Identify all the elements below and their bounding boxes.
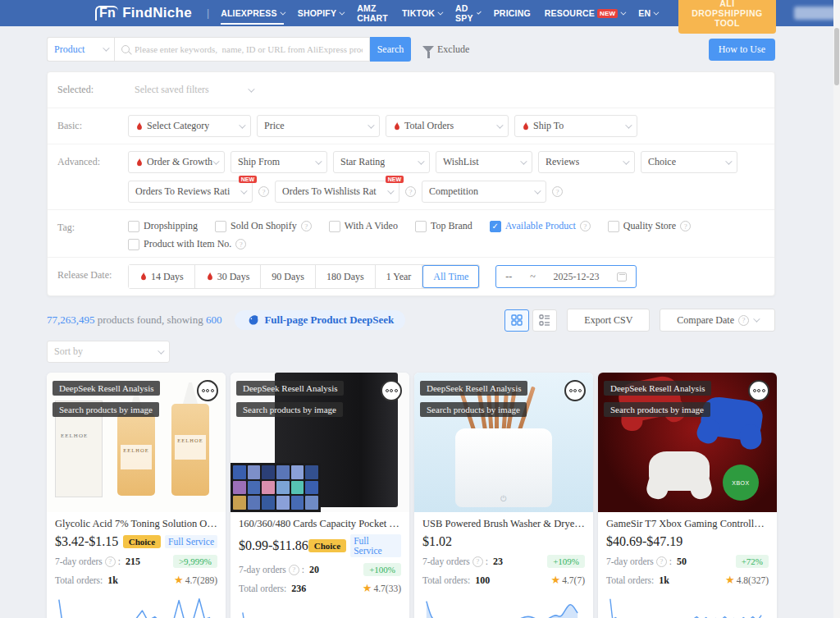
total-orders-select[interactable]: Total Orders (386, 115, 509, 137)
deepseek-resell-analysis-button[interactable]: DeepSeek Resell Analysis (604, 381, 711, 396)
product-image[interactable]: DeepSeek Resell Analysis Search products… (47, 373, 226, 512)
sort-by-select[interactable]: Sort by (47, 341, 170, 363)
deepseek-resell-analysis-button[interactable]: DeepSeek Resell Analysis (236, 381, 344, 396)
release-all-time[interactable]: All Time (422, 265, 479, 288)
product-image[interactable]: DeepSeek Resell Analysis Search products… (231, 373, 409, 512)
menu-ad-spy[interactable]: AD SPY (455, 0, 480, 26)
choice-badge: Choice (308, 539, 346, 552)
release-14-days[interactable]: 14 Days (129, 265, 195, 288)
ship-to-select[interactable]: Ship To (514, 115, 637, 137)
menu-aliexpress[interactable]: ALIEXPRESS (221, 5, 284, 21)
info-icon[interactable]: ? (105, 556, 116, 567)
date-from[interactable]: -- (505, 271, 512, 283)
product-card[interactable]: DeepSeek Resell Analysis Search products… (47, 373, 226, 618)
orders-7day-value: 215 (126, 556, 140, 568)
product-card[interactable]: DeepSeek Resell Analysis Search products… (414, 373, 593, 618)
category-select[interactable]: Select Category (128, 115, 251, 137)
reviews-select[interactable]: Reviews (538, 151, 635, 173)
product-title[interactable]: Glycolic Acid 7% Toning Solution Ordinar… (55, 518, 217, 530)
price-select[interactable]: Price (257, 115, 380, 137)
page-scrollbar[interactable] (833, 0, 840, 618)
saved-filters-select[interactable]: Select saved filters (128, 79, 259, 101)
similar-products-icon[interactable] (197, 380, 218, 401)
info-icon[interactable]: ? (235, 239, 246, 249)
search-by-image-button[interactable]: Search products by image (52, 402, 159, 417)
similar-products-icon[interactable] (381, 380, 402, 401)
checkbox-available-product[interactable]: ✓ Available Product ? (490, 220, 591, 232)
chevron-down-icon (248, 85, 254, 92)
menu-tiktok[interactable]: TIKTOK (402, 5, 441, 21)
product-image[interactable]: DeepSeek Resell Analysis Search products… (598, 373, 777, 512)
grid-view-button[interactable] (504, 309, 529, 332)
menu-language[interactable]: EN (638, 5, 657, 21)
ship-from-select[interactable]: Ship From (231, 151, 327, 173)
top-navbar: Fn FindNiche | ALIEXPRESS SHOPIFY AMZ CH… (0, 0, 840, 26)
checkbox-dropshipping[interactable]: Dropshipping (128, 220, 198, 232)
export-csv-button[interactable]: Export CSV (567, 309, 650, 332)
product-title[interactable]: 160/360/480 Cards Capacity Pocket Holder… (239, 518, 401, 530)
release-30-days[interactable]: 30 Days (195, 265, 262, 288)
deepseek-resell-analysis-button[interactable]: DeepSeek Resell Analysis (420, 381, 527, 396)
exclude-filter[interactable]: Exclude (422, 43, 469, 56)
info-icon[interactable]: ? (580, 221, 591, 231)
fullpage-deepseek-link[interactable]: Full-page Product DeepSeek (235, 310, 405, 330)
orders-7day-value: 50 (677, 556, 687, 568)
info-icon[interactable]: ? (472, 556, 483, 567)
similar-products-icon[interactable] (748, 380, 769, 401)
info-icon[interactable]: ? (301, 221, 312, 231)
order-growth-select[interactable]: Order & Growth (128, 151, 225, 173)
advanced-label: Advanced: (57, 151, 128, 168)
checkbox-product-with-item-no[interactable]: Product with Item No. ? (128, 238, 246, 250)
search-by-image-button[interactable]: Search products by image (420, 402, 527, 417)
release-1-year[interactable]: 1 Year (376, 265, 423, 288)
search-by-image-button[interactable]: Search products by image (604, 402, 710, 417)
orders-to-wishlists-select[interactable]: Orders To Wishlists Rat NEW (275, 181, 399, 203)
choice-select[interactable]: Choice (641, 151, 737, 173)
release-90-days[interactable]: 90 Days (261, 265, 316, 288)
wishlist-select[interactable]: WishList (436, 151, 532, 173)
similar-products-icon[interactable] (564, 380, 586, 401)
chevron-down-icon (340, 9, 345, 15)
info-icon[interactable]: ? (405, 186, 416, 197)
list-view-button[interactable] (532, 309, 557, 332)
menu-pricing[interactable]: PRICING (494, 5, 531, 21)
checkbox-with-a-video[interactable]: With A Video (329, 220, 398, 232)
findniche-logo[interactable]: Fn FindNiche (95, 5, 192, 21)
info-icon[interactable]: ? (656, 556, 667, 567)
date-range-picker[interactable]: -- ~ 2025-12-23 (495, 265, 637, 288)
menu-amz-chart[interactable]: AMZ CHART (357, 0, 388, 26)
info-icon[interactable]: ? (680, 221, 691, 231)
product-image[interactable]: DeepSeek Resell Analysis Search products… (414, 373, 593, 512)
search-button[interactable]: Search (370, 37, 411, 62)
info-icon[interactable]: ? (289, 565, 299, 575)
compare-date-button[interactable]: Compare Date ? (660, 309, 775, 332)
competition-select[interactable]: Competition (422, 181, 546, 203)
search-by-image-button[interactable]: Search products by image (236, 402, 343, 417)
date-to[interactable]: 2025-12-23 (554, 271, 600, 283)
product-title[interactable]: USB Powered Brush Washer & Dryer - Odorl… (422, 518, 585, 530)
search-type-select[interactable]: Product (47, 37, 114, 62)
menu-shopify[interactable]: SHOPIFY (298, 5, 344, 21)
search-input[interactable] (135, 44, 363, 54)
checkbox-top-brand[interactable]: Top Brand (415, 220, 472, 232)
product-card[interactable]: DeepSeek Resell Analysis Search products… (231, 373, 409, 618)
release-180-days[interactable]: 180 Days (316, 265, 376, 288)
star-rating-select[interactable]: Star Rating (333, 151, 430, 173)
how-to-use-button[interactable]: How to Use (709, 39, 775, 61)
new-badge: NEW (239, 176, 257, 183)
scrollbar-thumb[interactable] (834, 28, 839, 85)
ali-dropshipping-tool-button[interactable]: ALI DROPSHIPPING TOOL (678, 0, 776, 34)
info-icon[interactable]: ? (258, 186, 269, 197)
orders-to-reviews-select[interactable]: Orders To Reviews Rati NEW (128, 181, 253, 203)
checkbox-sold-on-shopify[interactable]: Sold On Shopify ? (215, 220, 312, 232)
info-icon[interactable]: ? (552, 186, 563, 197)
product-title[interactable]: GameSir T7 Xbox Gaming Controller Wired … (606, 518, 769, 530)
chevron-down-icon (212, 158, 219, 164)
star-icon: ★ (363, 582, 372, 595)
menu-resource[interactable]: RESOURCE NEW (545, 5, 624, 21)
checkbox-quality-store[interactable]: Quality Store ? (608, 220, 691, 232)
deepseek-resell-analysis-button[interactable]: DeepSeek Resell Analysis (52, 381, 160, 396)
findniche-logo-icon: Fn (95, 6, 118, 21)
full-service-badge: Full Service (350, 534, 401, 557)
product-card[interactable]: DeepSeek Resell Analysis Search products… (598, 373, 777, 618)
